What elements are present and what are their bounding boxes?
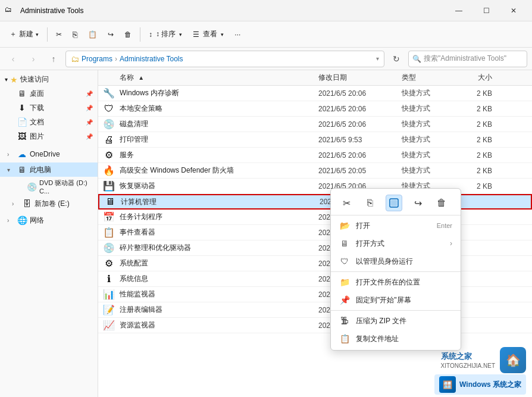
ctx-pintostart-icon: 📌: [339, 295, 350, 305]
search-icon: 🔍: [412, 55, 421, 63]
new-button[interactable]: ＋ 新建 ▾: [5, 27, 43, 42]
table-row[interactable]: ⚙ 服务 2021/6/5 20:06 快捷方式 2 KB: [98, 148, 532, 163]
address-path[interactable]: 🗂 Programs › Administrative Tools ▾: [65, 51, 384, 67]
col-date-header[interactable]: 修改日期: [318, 73, 402, 83]
file-list: 名称 ▲ 修改日期 类型 大小 🔧 Windows 内存诊断 2021/6/5 …: [98, 70, 532, 397]
file-size: 2 KB: [461, 120, 497, 129]
minimize-button[interactable]: —: [445, 0, 472, 21]
ctx-cut-button[interactable]: ✂: [338, 195, 355, 211]
col-type-header[interactable]: 类型: [402, 73, 461, 83]
file-icon: 💿: [98, 118, 120, 130]
ctx-openwith[interactable]: 🖥 打开方式 ›: [331, 235, 461, 252]
file-icon: 📊: [98, 289, 120, 300]
file-size: 2 KB: [461, 151, 497, 160]
table-row[interactable]: ⚙ 系统配置 2021/6/5 20:06 快捷方式: [98, 256, 532, 271]
share-button[interactable]: ↪: [103, 28, 118, 41]
table-row[interactable]: 💾 恢复驱动器 2021/6/5 20:06 快捷方式 2 KB: [98, 179, 532, 194]
table-row[interactable]: 💿 碎片整理和优化驱动器 2021/6/5 20:06 快捷方式: [98, 240, 532, 256]
sidebar-item-onedrive[interactable]: › ☁ OneDrive: [0, 147, 98, 161]
ctx-openlocation-icon: 📁: [339, 277, 350, 287]
file-size: 2 KB: [461, 136, 497, 144]
table-row[interactable]: 🖨 打印管理 2021/6/5 9:53 快捷方式 2 KB: [98, 132, 532, 148]
title-bar: 🗂 Administrative Tools — ☐ ✕: [0, 0, 532, 21]
file-date: 2021/6/5 20:05: [318, 167, 402, 175]
cut-icon: ✂: [56, 30, 62, 39]
search-box[interactable]: 🔍 搜索"Administrative Tools": [408, 51, 527, 67]
sidebar-item-dvd[interactable]: 💿 DVD 驱动器 (D:) C...: [0, 177, 98, 196]
back-button[interactable]: ‹: [5, 51, 21, 67]
sort-dropdown-arrow: ▾: [179, 32, 182, 37]
file-icon: 🔥: [98, 165, 120, 176]
maximize-button[interactable]: ☐: [472, 0, 500, 21]
toolbar-divider-1: [47, 27, 48, 42]
more-button[interactable]: ···: [230, 28, 245, 41]
table-row[interactable]: 🔧 Windows 内存诊断 2021/6/5 20:06 快捷方式 2 KB: [98, 86, 532, 101]
sidebar-item-pictures[interactable]: 🖼 图片 📌: [0, 129, 98, 143]
file-size: 2 KB: [461, 105, 497, 113]
table-row[interactable]: 📊 性能监视器 2021/6/5 20:06 快捷方式: [98, 287, 532, 302]
ctx-open[interactable]: 📂 打开 Enter: [331, 217, 461, 235]
table-row[interactable]: 📈 资源监视器 2021/6/5 20:06 快捷方式: [98, 318, 532, 333]
file-name: 恢复驱动器: [120, 181, 318, 191]
file-icon: ⚙: [98, 258, 120, 269]
file-date: 2021/6/5 20:06: [318, 151, 402, 160]
forward-button[interactable]: ›: [25, 51, 42, 67]
file-rows-container: 🔧 Windows 内存诊断 2021/6/5 20:06 快捷方式 2 KB …: [98, 86, 532, 333]
copy-button[interactable]: ⎘: [68, 27, 82, 42]
ctx-openlocation[interactable]: 📁 打开文件所在的位置: [331, 273, 461, 291]
sidebar-item-downloads[interactable]: ⬇ 下载 📌: [0, 101, 98, 115]
file-name: Windows 内存诊断: [120, 88, 318, 98]
watermark-logo: 🏠: [500, 347, 526, 373]
file-icon: 🖨: [98, 135, 120, 145]
ctx-copypath[interactable]: 📋 复制文件地址: [331, 330, 461, 348]
sidebar-item-network[interactable]: › 🌐 网络: [0, 213, 98, 227]
file-name: 打印管理: [120, 135, 318, 145]
sidebar-item-thispc[interactable]: ▾ 🖥 此电脑: [0, 162, 98, 177]
sort-button[interactable]: ↕ ↕ 排序 ▾: [144, 27, 187, 42]
up-button[interactable]: ↑: [45, 51, 62, 67]
file-name: 任务计划程序: [120, 212, 318, 222]
ctx-zipfile[interactable]: 🗜 压缩为 ZIP 文件: [331, 312, 461, 330]
view-icon: ☰: [193, 30, 199, 39]
ctx-rename-button[interactable]: [386, 195, 402, 211]
path-dropdown-arrow[interactable]: ▾: [376, 55, 379, 62]
sidebar-item-documents[interactable]: 📄 文档 📌: [0, 115, 98, 129]
file-icon: 📋: [98, 227, 120, 238]
table-row[interactable]: ℹ 系统信息 2021/6/5 20:06 快捷方式: [98, 271, 532, 287]
main-content: ▾ ★ 快速访问 🖥 桌面 📌 ⬇ 下载 📌 📄 文档 📌 🖼 图片 📌: [0, 70, 532, 397]
sidebar-item-desktop[interactable]: 🖥 桌面 📌: [0, 86, 98, 101]
ctx-pintostart[interactable]: 📌 固定到"开始"屏幕: [331, 291, 461, 309]
path-programs[interactable]: Programs: [82, 55, 112, 63]
ctx-delete-button[interactable]: 🗑: [433, 195, 450, 211]
share-icon: ↪: [108, 30, 114, 39]
delete-button[interactable]: 🗑: [120, 28, 136, 41]
ctx-copy-button[interactable]: ⎘: [362, 195, 378, 211]
ctx-share-button[interactable]: ↪: [409, 195, 426, 211]
col-size-header[interactable]: 大小: [461, 73, 497, 83]
file-name: 性能监视器: [120, 289, 318, 299]
table-row[interactable]: 🖥 计算机管理 2022/7/22 10:53 快捷方式: [98, 194, 532, 210]
quick-access-section[interactable]: ▾ ★ 快速访问: [0, 73, 98, 86]
view-button[interactable]: ☰ 查看 ▾: [188, 27, 229, 42]
table-row[interactable]: 🔥 高级安全 Windows Defender 防火墙 2021/6/5 20:…: [98, 163, 532, 179]
newvol-icon: 🗄: [21, 198, 32, 209]
col-name-header[interactable]: 名称 ▲: [98, 73, 318, 83]
table-row[interactable]: 📅 任务计划程序 2021/6/5 20:05 快捷方式: [98, 210, 532, 225]
ctx-runas[interactable]: 🛡 以管理员身份运行: [331, 252, 461, 270]
table-row[interactable]: 📝 注册表编辑器 2021/6/5 20:06 快捷方式: [98, 302, 532, 318]
paste-button[interactable]: 📋: [83, 28, 102, 41]
window-controls: — ☐ ✕: [445, 0, 527, 21]
path-admin-tools[interactable]: Administrative Tools: [120, 55, 183, 63]
close-button[interactable]: ✕: [500, 0, 527, 21]
cut-button[interactable]: ✂: [51, 28, 67, 41]
watermark-text: 系统之家: [441, 351, 496, 362]
file-date: 2021/6/5 20:06: [318, 120, 402, 129]
table-row[interactable]: 🛡 本地安全策略 2021/6/5 20:06 快捷方式 2 KB: [98, 101, 532, 117]
refresh-button[interactable]: ↻: [388, 51, 405, 67]
table-row[interactable]: 💿 磁盘清理 2021/6/5 20:06 快捷方式 2 KB: [98, 117, 532, 132]
file-icon: 🛡: [98, 104, 120, 114]
sidebar-item-newvol[interactable]: › 🗄 新加卷 (E:): [0, 196, 98, 211]
table-row[interactable]: 📋 事件查看器 2021/6/5 20:06 快捷方式: [98, 225, 532, 240]
quick-access-label: 快速访问: [20, 74, 49, 85]
context-menu-toolbar: ✂ ⎘ ↪ 🗑: [331, 191, 461, 215]
